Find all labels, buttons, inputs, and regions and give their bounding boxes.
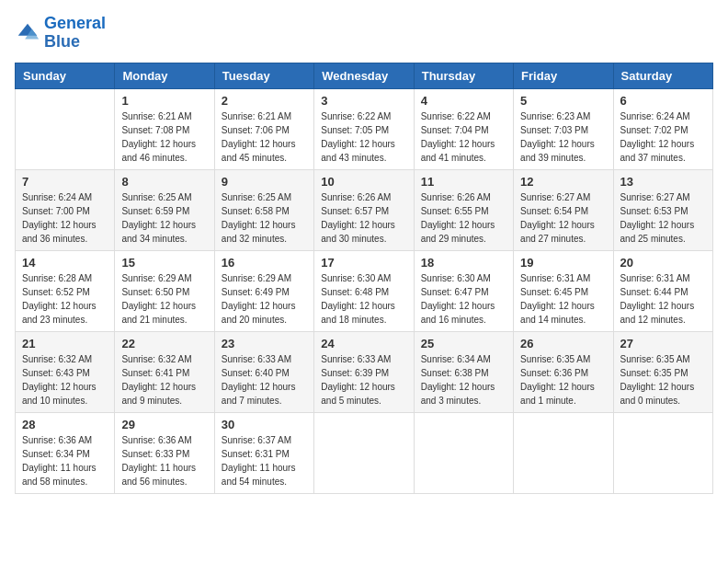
- calendar-cell: 5Sunrise: 6:23 AMSunset: 7:03 PMDaylight…: [514, 88, 613, 169]
- calendar-cell: [16, 88, 115, 169]
- calendar-cell: 22Sunrise: 6:32 AMSunset: 6:41 PMDayligh…: [115, 331, 214, 412]
- calendar-cell: 2Sunrise: 6:21 AMSunset: 7:06 PMDaylight…: [214, 88, 313, 169]
- calendar-cell: 19Sunrise: 6:31 AMSunset: 6:45 PMDayligh…: [514, 250, 613, 331]
- header-monday: Monday: [115, 63, 214, 88]
- day-number: 10: [321, 175, 406, 189]
- day-info: Sunrise: 6:37 AMSunset: 6:31 PMDaylight:…: [222, 433, 307, 488]
- day-number: 20: [620, 256, 706, 270]
- calendar-cell: 26Sunrise: 6:35 AMSunset: 6:36 PMDayligh…: [514, 331, 613, 412]
- day-info: Sunrise: 6:29 AMSunset: 6:49 PMDaylight:…: [222, 271, 307, 327]
- week-row-4: 28Sunrise: 6:36 AMSunset: 6:34 PMDayligh…: [16, 412, 713, 493]
- day-number: 22: [121, 337, 207, 350]
- day-number: 19: [520, 256, 606, 270]
- day-number: 9: [222, 175, 307, 189]
- day-info: Sunrise: 6:23 AMSunset: 7:03 PMDaylight:…: [520, 109, 606, 165]
- header-sunday: Sunday: [16, 63, 115, 88]
- day-info: Sunrise: 6:33 AMSunset: 6:39 PMDaylight:…: [321, 352, 406, 408]
- calendar-cell: 23Sunrise: 6:33 AMSunset: 6:40 PMDayligh…: [214, 331, 313, 412]
- day-number: 26: [520, 337, 606, 350]
- day-number: 27: [620, 337, 706, 350]
- day-number: 7: [22, 175, 108, 189]
- day-number: 6: [620, 94, 706, 108]
- day-number: 18: [421, 256, 506, 270]
- calendar-cell: 10Sunrise: 6:26 AMSunset: 6:57 PMDayligh…: [314, 169, 414, 250]
- day-number: 28: [22, 418, 108, 431]
- calendar-cell: 3Sunrise: 6:22 AMSunset: 7:05 PMDaylight…: [314, 88, 414, 169]
- calendar-cell: 21Sunrise: 6:32 AMSunset: 6:43 PMDayligh…: [16, 331, 115, 412]
- day-info: Sunrise: 6:25 AMSunset: 6:59 PMDaylight:…: [121, 190, 207, 246]
- day-info: Sunrise: 6:31 AMSunset: 6:45 PMDaylight:…: [520, 271, 606, 327]
- day-number: 11: [421, 175, 506, 189]
- calendar-cell: 9Sunrise: 6:25 AMSunset: 6:58 PMDaylight…: [214, 169, 313, 250]
- calendar-cell: 13Sunrise: 6:27 AMSunset: 6:53 PMDayligh…: [613, 169, 712, 250]
- calendar-cell: 30Sunrise: 6:37 AMSunset: 6:31 PMDayligh…: [214, 412, 313, 493]
- calendar-cell: 14Sunrise: 6:28 AMSunset: 6:52 PMDayligh…: [16, 250, 115, 331]
- calendar-cell: 24Sunrise: 6:33 AMSunset: 6:39 PMDayligh…: [314, 331, 414, 412]
- day-info: Sunrise: 6:22 AMSunset: 7:05 PMDaylight:…: [321, 109, 406, 165]
- day-number: 4: [421, 94, 506, 108]
- day-number: 1: [121, 94, 207, 108]
- calendar-cell: [414, 412, 513, 493]
- day-number: 16: [222, 256, 307, 270]
- week-row-0: 1Sunrise: 6:21 AMSunset: 7:08 PMDaylight…: [16, 88, 713, 169]
- calendar-cell: 28Sunrise: 6:36 AMSunset: 6:34 PMDayligh…: [16, 412, 115, 493]
- day-info: Sunrise: 6:36 AMSunset: 6:34 PMDaylight:…: [22, 433, 108, 488]
- calendar-cell: 18Sunrise: 6:30 AMSunset: 6:47 PMDayligh…: [414, 250, 513, 331]
- day-info: Sunrise: 6:26 AMSunset: 6:57 PMDaylight:…: [321, 190, 406, 246]
- calendar-cell: 11Sunrise: 6:26 AMSunset: 6:55 PMDayligh…: [414, 169, 513, 250]
- calendar-table: SundayMondayTuesdayWednesdayThursdayFrid…: [15, 63, 713, 494]
- day-info: Sunrise: 6:29 AMSunset: 6:50 PMDaylight:…: [121, 271, 207, 327]
- day-number: 29: [121, 418, 207, 431]
- calendar-cell: 1Sunrise: 6:21 AMSunset: 7:08 PMDaylight…: [115, 88, 214, 169]
- day-number: 13: [620, 175, 706, 189]
- day-info: Sunrise: 6:26 AMSunset: 6:55 PMDaylight:…: [421, 190, 506, 246]
- day-number: 14: [22, 256, 108, 270]
- calendar-cell: 25Sunrise: 6:34 AMSunset: 6:38 PMDayligh…: [414, 331, 513, 412]
- day-number: 8: [121, 175, 207, 189]
- day-number: 15: [121, 256, 207, 270]
- day-info: Sunrise: 6:28 AMSunset: 6:52 PMDaylight:…: [22, 271, 108, 327]
- day-info: Sunrise: 6:21 AMSunset: 7:06 PMDaylight:…: [222, 109, 307, 165]
- day-info: Sunrise: 6:25 AMSunset: 6:58 PMDaylight:…: [222, 190, 307, 246]
- day-number: 21: [22, 337, 108, 350]
- day-info: Sunrise: 6:33 AMSunset: 6:40 PMDaylight:…: [222, 352, 307, 408]
- header-tuesday: Tuesday: [214, 63, 313, 88]
- page-header: General Blue: [15, 15, 713, 52]
- header-thursday: Thursday: [414, 63, 513, 88]
- day-info: Sunrise: 6:31 AMSunset: 6:44 PMDaylight:…: [620, 271, 706, 327]
- header-wednesday: Wednesday: [314, 63, 414, 88]
- calendar-cell: 8Sunrise: 6:25 AMSunset: 6:59 PMDaylight…: [115, 169, 214, 250]
- calendar-header-row: SundayMondayTuesdayWednesdayThursdayFrid…: [16, 63, 713, 88]
- calendar-cell: [613, 412, 712, 493]
- header-saturday: Saturday: [613, 63, 712, 88]
- day-info: Sunrise: 6:24 AMSunset: 7:00 PMDaylight:…: [22, 190, 108, 246]
- calendar-cell: 15Sunrise: 6:29 AMSunset: 6:50 PMDayligh…: [115, 250, 214, 331]
- day-number: 17: [321, 256, 406, 270]
- day-info: Sunrise: 6:34 AMSunset: 6:38 PMDaylight:…: [421, 352, 506, 408]
- day-info: Sunrise: 6:21 AMSunset: 7:08 PMDaylight:…: [121, 109, 207, 165]
- logo-icon: [15, 20, 40, 46]
- calendar-cell: 29Sunrise: 6:36 AMSunset: 6:33 PMDayligh…: [115, 412, 214, 493]
- day-number: 30: [222, 418, 307, 431]
- calendar-cell: 17Sunrise: 6:30 AMSunset: 6:48 PMDayligh…: [314, 250, 414, 331]
- calendar-cell: 20Sunrise: 6:31 AMSunset: 6:44 PMDayligh…: [613, 250, 712, 331]
- day-number: 2: [222, 94, 307, 108]
- day-info: Sunrise: 6:35 AMSunset: 6:36 PMDaylight:…: [520, 352, 606, 408]
- day-number: 23: [222, 337, 307, 350]
- day-info: Sunrise: 6:36 AMSunset: 6:33 PMDaylight:…: [121, 433, 207, 488]
- calendar-cell: [314, 412, 414, 493]
- calendar-cell: 6Sunrise: 6:24 AMSunset: 7:02 PMDaylight…: [613, 88, 712, 169]
- day-info: Sunrise: 6:22 AMSunset: 7:04 PMDaylight:…: [421, 109, 506, 165]
- day-number: 12: [520, 175, 606, 189]
- calendar-cell: [514, 412, 613, 493]
- day-info: Sunrise: 6:27 AMSunset: 6:54 PMDaylight:…: [520, 190, 606, 246]
- day-number: 25: [421, 337, 506, 350]
- day-info: Sunrise: 6:32 AMSunset: 6:41 PMDaylight:…: [121, 352, 207, 408]
- week-row-3: 21Sunrise: 6:32 AMSunset: 6:43 PMDayligh…: [16, 331, 713, 412]
- header-friday: Friday: [514, 63, 613, 88]
- logo: General Blue: [15, 15, 106, 52]
- calendar-cell: 27Sunrise: 6:35 AMSunset: 6:35 PMDayligh…: [613, 331, 712, 412]
- calendar-cell: 7Sunrise: 6:24 AMSunset: 7:00 PMDaylight…: [16, 169, 115, 250]
- calendar-cell: 12Sunrise: 6:27 AMSunset: 6:54 PMDayligh…: [514, 169, 613, 250]
- day-info: Sunrise: 6:30 AMSunset: 6:47 PMDaylight:…: [421, 271, 506, 327]
